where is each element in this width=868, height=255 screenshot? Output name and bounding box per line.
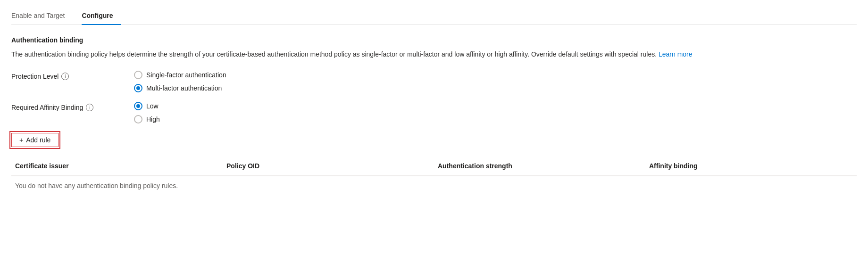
add-rule-button[interactable]: + Add rule (11, 133, 58, 147)
col-authentication-strength: Authentication strength (434, 160, 645, 172)
multi-factor-radio[interactable] (134, 84, 142, 92)
col-policy-oid: Policy OID (223, 160, 434, 172)
low-option[interactable]: Low (134, 102, 160, 110)
single-factor-option[interactable]: Single-factor authentication (134, 71, 226, 79)
single-factor-radio[interactable] (134, 71, 142, 79)
affinity-binding-options: Low High (134, 102, 160, 123)
tab-configure[interactable]: Configure (82, 8, 120, 25)
affinity-binding-label: Required Affinity Binding i (11, 102, 134, 111)
section-description: The authentication binding policy helps … (11, 49, 766, 59)
col-affinity-binding: Affinity binding (645, 160, 857, 172)
rules-table: Certificate issuer Policy OID Authentica… (11, 156, 857, 195)
high-option[interactable]: High (134, 115, 160, 123)
tab-bar: Enable and Target Configure (11, 8, 857, 25)
affinity-binding-row: Required Affinity Binding i Low High (11, 102, 857, 123)
high-label: High (146, 115, 160, 123)
protection-level-info-icon[interactable]: i (61, 73, 69, 80)
learn-more-link[interactable]: Learn more (659, 50, 693, 58)
low-radio[interactable] (134, 102, 142, 110)
table-empty-message: You do not have any authentication bindi… (11, 176, 857, 195)
high-radio[interactable] (134, 115, 142, 123)
protection-level-options: Single-factor authentication Multi-facto… (134, 71, 226, 92)
table-header: Certificate issuer Policy OID Authentica… (11, 156, 857, 176)
affinity-binding-info-icon[interactable]: i (86, 104, 93, 111)
plus-icon: + (19, 136, 23, 144)
protection-level-label: Protection Level i (11, 71, 134, 80)
multi-factor-option[interactable]: Multi-factor authentication (134, 84, 226, 92)
tab-enable-target[interactable]: Enable and Target (11, 8, 72, 25)
col-certificate-issuer: Certificate issuer (11, 160, 223, 172)
section-title: Authentication binding (11, 36, 857, 44)
add-rule-label: Add rule (26, 136, 50, 144)
multi-factor-label: Multi-factor authentication (146, 84, 222, 92)
single-factor-label: Single-factor authentication (146, 71, 226, 79)
low-label: Low (146, 102, 159, 110)
protection-level-row: Protection Level i Single-factor authent… (11, 71, 857, 92)
